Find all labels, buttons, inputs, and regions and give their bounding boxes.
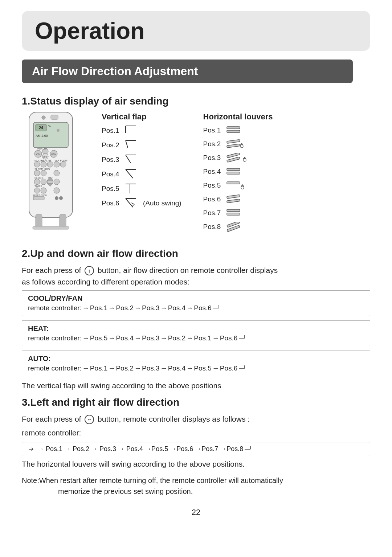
svg-point-17 [34,161,40,167]
hlouvre-pos1-label: Pos.1 [203,126,221,134]
auto-seq-text: remote controller: [28,364,82,372]
svg-point-69 [243,159,246,161]
svg-text:TURBO: TURBO [41,168,50,171]
cool-loop-icon [212,304,220,312]
cool-arrow1: → [82,304,89,312]
svg-line-52 [126,140,128,148]
page-title: Operation [22,11,370,51]
hlouvre-pos6-icon [226,194,245,204]
cool-pos4: Pos.4 [168,304,186,312]
svg-rect-61 [227,127,240,129]
hlouvre-pos4-label: Pos.4 [203,168,221,176]
section-title: Air Flow Direction Adjustment [22,60,353,83]
cool-dry-fan-box: COOL/DRY/FAN remote controller: → Pos.1 … [22,290,370,316]
heat-pos4: Pos.4 [116,334,134,342]
hlouvre-pos2-icon [226,139,245,149]
lr-desc: For each press of ↔ button, remote contr… [22,413,370,425]
vflap-pos4-row: Pos.4 [102,169,181,180]
flap-tables: Vertical flap Pos.1 Pos.2 [102,112,370,237]
updown-desc3: as follows according to different operat… [22,278,189,286]
heat-pos3: Pos.3 [142,334,160,342]
auto-pos4: Pos.4 [168,364,186,372]
cool-arrow5: → [186,304,193,312]
hlouvre-pos1-row: Pos.1 [203,125,273,135]
vflap-pos3-icon [125,154,138,165]
hlouvre-pos8-icon [226,222,245,232]
svg-rect-71 [227,168,240,171]
auto-mode-label: AUTO: [28,355,364,363]
hlouvre-pos4-icon [226,167,245,177]
remote-control-image: 24 ℃ AM 2:00 ON OFF FAN HEALTH MODE [22,112,87,237]
status-display-area: 24 ℃ AM 2:00 ON OFF FAN HEALTH MODE [22,112,370,237]
lr-desc2: button, remote controller displays as fo… [98,415,250,423]
svg-rect-72 [227,172,240,174]
svg-point-45 [59,196,63,200]
vflap-pos2-label: Pos.2 [102,141,120,149]
svg-line-56 [126,169,133,178]
final-note: Note:When restart after remote turning o… [22,475,370,497]
svg-point-26 [41,170,46,176]
auto-loop-icon [238,365,245,372]
heat-box: HEAT: remote controller: → Pos.5 → Pos.4… [22,320,370,346]
svg-point-38 [34,188,40,193]
svg-point-19 [47,161,53,167]
hlouvre-pos5-row: Pos.5 [203,180,273,191]
horizontal-louvers-column: Horizontal louvers Pos.1 Pos.2 [203,112,273,237]
svg-text:HEALTH: HEALTH [41,159,51,162]
heat-arrow5: → [186,334,193,342]
svg-text:℃: ℃ [48,124,51,127]
heat-arrow1: → [82,334,89,342]
svg-text:OFF: OFF [43,156,48,158]
auto-sequence: remote controller: → Pos.1 → Pos.2 → Pos… [28,364,364,372]
auto-box: AUTO: remote controller: → Pos.1 → Pos.2… [22,351,370,376]
svg-text:AIR FLOW: AIR FLOW [55,159,68,162]
svg-point-65 [240,145,243,148]
vflap-pos6-label: Pos.6 [102,199,120,207]
svg-point-25 [34,170,40,176]
cool-arrow2: → [108,304,115,312]
lr-button-icon: ↔ [85,415,94,424]
svg-text:AM 2:00: AM 2:00 [36,134,48,138]
svg-point-21 [60,161,66,167]
hlouvre-pos8-label: Pos.8 [203,223,221,231]
vflap-pos5-row: Pos.5 [102,183,181,194]
svg-text:RESET CODE: RESET CODE [33,194,47,196]
cool-pos3: Pos.3 [142,304,160,312]
cool-pos2: Pos.2 [116,304,134,312]
auto-arrow1: → [82,364,89,372]
hlouvre-pos7-label: Pos.7 [203,209,221,217]
updown-desc2: button, air flow direction on remote con… [98,266,278,274]
cool-seq-text: remote controller: [28,304,82,312]
svg-point-8 [57,129,60,132]
final-note2: memorize the previous set swing position… [29,487,193,495]
heat-loop-icon [238,335,245,342]
vflap-pos3-label: Pos.3 [102,156,120,164]
hlouvre-pos4-row: Pos.4 [203,167,273,177]
svg-rect-42 [33,196,44,200]
heat-pos1: Pos.1 [194,334,212,342]
page: Operation Air Flow Direction Adjustment … [0,0,392,557]
svg-rect-63 [226,139,240,143]
vertical-flap-column: Vertical flap Pos.1 Pos.2 [102,112,181,237]
svg-point-1 [42,116,45,119]
vflap-pos6-icon [125,198,138,209]
vflap-pos3-row: Pos.3 [102,154,181,165]
hlouvre-pos7-icon [226,208,245,218]
remote-svg: 24 ℃ AM 2:00 ON OFF FAN HEALTH MODE [22,112,80,236]
subsection1-title: 1.Status display of air sending [22,95,370,107]
auto-pos6: Pos.6 [220,364,238,372]
auto-arrow6: → [212,364,219,372]
svg-point-30 [34,179,40,185]
auto-pos5: Pos.5 [194,364,212,372]
cool-pos6: Pos.6 [194,304,212,312]
final-note1: Note:When restart after remote turning o… [22,476,283,484]
lr-sequence-box: → Pos.1 → Pos.2 → Pos.3 → Pos.4 →Pos.5 →… [22,442,370,456]
updown-desc1: For each press of [22,266,81,274]
heat-pos6: Pos.6 [220,334,238,342]
svg-rect-2 [51,115,58,119]
lr-remote-text: remote controller: [22,429,81,437]
hlouvre-pos5-icon [226,180,245,191]
hlouvre-pos1-icon [226,125,245,135]
lr-seq-text: → Pos.1 → Pos.2 → Pos.3 → Pos.4 →Pos.5 →… [37,445,243,453]
svg-point-31 [41,179,46,185]
